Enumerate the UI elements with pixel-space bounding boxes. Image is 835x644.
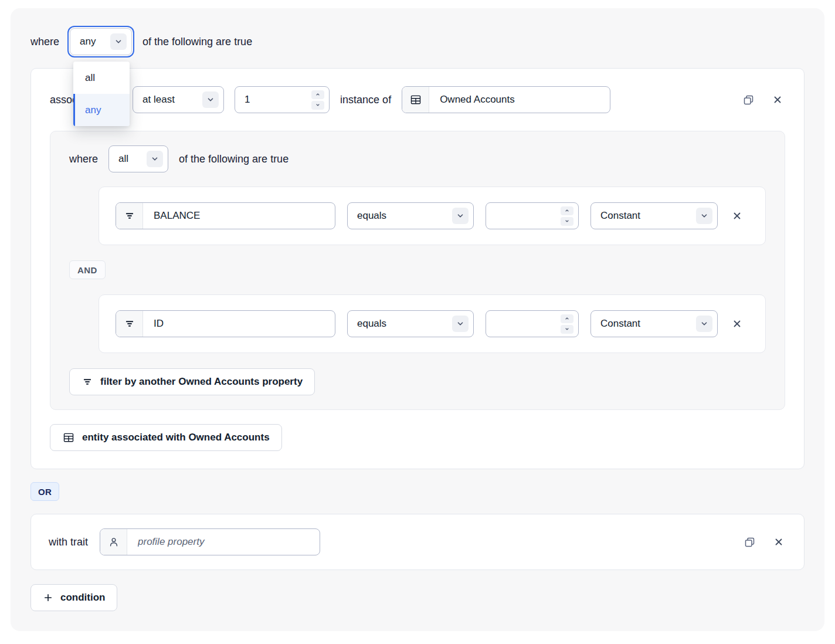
- add-property-filter-label: filter by another Owned Accounts propert…: [100, 376, 303, 388]
- operator-select[interactable]: equals: [347, 202, 474, 229]
- remove-filter-button[interactable]: [729, 208, 745, 223]
- value-input[interactable]: [495, 318, 556, 330]
- trait-property-input[interactable]: [127, 529, 320, 555]
- stepper-down-icon[interactable]: [561, 217, 573, 226]
- remove-filter-button[interactable]: [729, 316, 745, 331]
- entity-association-label: entity associated with Owned Accounts: [82, 432, 270, 443]
- top-operator-select[interactable]: any: [70, 28, 132, 55]
- nested-operator-select[interactable]: all: [108, 145, 168, 172]
- table-icon: [402, 87, 429, 113]
- chevron-down-icon: [147, 151, 163, 167]
- chevron-down-icon: [452, 316, 469, 332]
- value-stepper: [486, 310, 579, 337]
- instance-count-stepper: [235, 86, 330, 113]
- audience-condition-builder: where any all any of the following are t…: [0, 0, 835, 644]
- entity-picker[interactable]: Owned Accounts: [402, 86, 610, 113]
- duplicate-button[interactable]: [740, 91, 757, 109]
- stepper-buttons: [561, 314, 573, 334]
- nested-operator-row: where all of the following are true: [69, 145, 766, 172]
- value-type-value: Constant: [600, 210, 640, 222]
- property-picker[interactable]: BALANCE: [116, 202, 335, 229]
- condition-card: BALANCE equals: [99, 187, 766, 245]
- stepper-buttons: [561, 206, 573, 226]
- or-separator-row: OR: [30, 469, 805, 514]
- copy-icon: [744, 536, 756, 548]
- or-conjunction-badge: OR: [30, 482, 59, 501]
- nested-operator-value: all: [118, 153, 128, 165]
- chevron-down-icon: [110, 33, 127, 50]
- where-label: where: [69, 153, 98, 165]
- association-row-actions: [740, 91, 785, 109]
- close-icon: [773, 537, 784, 547]
- operator-dropdown-menu: all any: [73, 62, 130, 126]
- filter-icon: [82, 377, 93, 387]
- entity-name: Owned Accounts: [429, 87, 610, 113]
- top-operator-row: where any all any of the following are t…: [30, 28, 805, 55]
- property-picker[interactable]: ID: [116, 310, 335, 337]
- condition-row: BALANCE equals: [116, 202, 749, 229]
- chevron-down-icon: [452, 208, 469, 224]
- close-icon: [732, 211, 742, 221]
- trait-row-actions: [741, 534, 786, 551]
- add-condition-label: condition: [60, 592, 105, 604]
- condition-builder-panel: where any all any of the following are t…: [11, 8, 824, 631]
- nested-suffix-label: of the following are true: [179, 153, 288, 165]
- property-name: BALANCE: [143, 203, 335, 229]
- condition-card: ID equals: [99, 294, 766, 353]
- where-label: where: [30, 36, 59, 48]
- association-row: associated with at least: [50, 86, 785, 113]
- quantifier-select[interactable]: at least: [133, 86, 224, 113]
- person-icon: [100, 529, 127, 555]
- copy-icon: [742, 94, 755, 106]
- value-stepper: [486, 202, 579, 229]
- top-operator-anchor: any all any: [70, 28, 132, 55]
- top-operator-value: any: [80, 36, 96, 48]
- value-type-select[interactable]: Constant: [590, 310, 718, 337]
- table-icon: [62, 432, 75, 443]
- close-icon: [732, 318, 742, 329]
- top-suffix-label: of the following are true: [142, 36, 252, 48]
- operator-select[interactable]: equals: [347, 310, 474, 337]
- chevron-down-icon: [202, 91, 219, 108]
- nested-filter-group: where all of the following are true: [50, 131, 785, 410]
- filter-icon: [116, 203, 143, 229]
- stepper-up-icon[interactable]: [561, 314, 573, 323]
- trait-row: with trait: [49, 528, 786, 555]
- and-conjunction-badge: AND: [69, 260, 106, 279]
- plus-icon: [43, 592, 53, 603]
- value-input[interactable]: [495, 210, 556, 222]
- operator-value: equals: [357, 318, 386, 330]
- remove-condition-button[interactable]: [770, 92, 785, 107]
- trait-condition-card: with trait: [30, 514, 805, 570]
- entity-association-button[interactable]: entity associated with Owned Accounts: [50, 424, 282, 451]
- stepper-up-icon[interactable]: [561, 206, 573, 215]
- trait-property-picker[interactable]: [100, 528, 320, 555]
- add-property-filter-button[interactable]: filter by another Owned Accounts propert…: [69, 368, 315, 395]
- property-name: ID: [143, 311, 335, 337]
- menu-option-any[interactable]: any: [73, 94, 130, 126]
- stepper-down-icon[interactable]: [311, 101, 324, 110]
- with-trait-label: with trait: [49, 536, 88, 548]
- stepper-down-icon[interactable]: [561, 325, 573, 334]
- instance-count-input[interactable]: [245, 94, 307, 106]
- stepper-buttons: [311, 90, 324, 110]
- operator-value: equals: [357, 210, 386, 222]
- chevron-down-icon: [696, 316, 712, 332]
- value-type-select[interactable]: Constant: [590, 202, 718, 229]
- close-icon: [772, 94, 783, 105]
- stepper-up-icon[interactable]: [311, 90, 324, 99]
- add-condition-button[interactable]: condition: [30, 584, 117, 611]
- duplicate-button[interactable]: [741, 534, 758, 551]
- filter-icon: [116, 311, 143, 337]
- quantifier-value: at least: [142, 94, 175, 106]
- menu-option-all[interactable]: all: [73, 62, 130, 94]
- condition-row: ID equals: [116, 310, 749, 337]
- value-type-value: Constant: [600, 318, 640, 330]
- association-condition-card: associated with at least: [30, 68, 805, 469]
- instance-of-label: instance of: [340, 94, 391, 106]
- chevron-down-icon: [696, 208, 712, 224]
- remove-condition-button[interactable]: [771, 534, 786, 550]
